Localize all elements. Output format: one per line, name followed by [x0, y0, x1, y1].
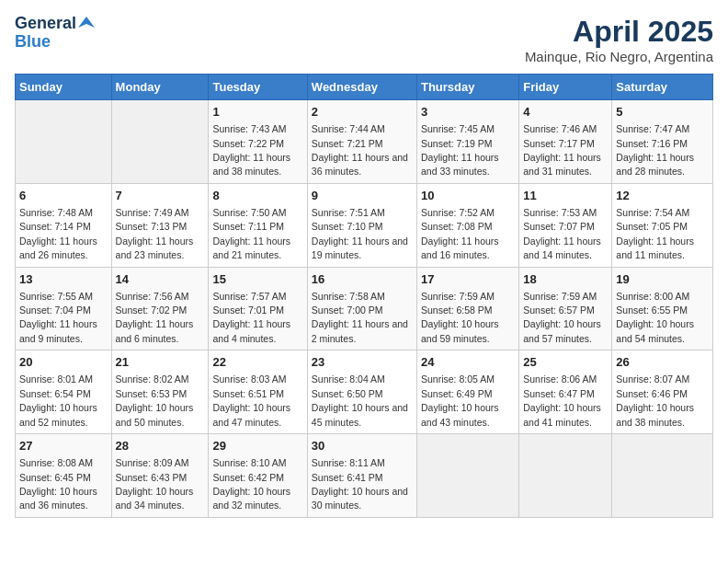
day-info: Sunrise: 7:59 AM Sunset: 6:58 PM Dayligh… [421, 291, 499, 344]
day-info: Sunrise: 7:55 AM Sunset: 7:04 PM Dayligh… [19, 291, 97, 344]
calendar-day-cell: 18Sunrise: 7:59 AM Sunset: 6:57 PM Dayli… [519, 267, 612, 350]
calendar-day-cell: 12Sunrise: 7:54 AM Sunset: 7:05 PM Dayli… [612, 183, 713, 267]
day-number: 15 [212, 271, 302, 288]
calendar-day-cell: 2Sunrise: 7:44 AM Sunset: 7:21 PM Daylig… [307, 100, 416, 184]
day-number: 29 [212, 438, 302, 454]
day-info: Sunrise: 7:52 AM Sunset: 7:08 PM Dayligh… [421, 207, 499, 260]
calendar-day-cell [416, 434, 518, 518]
title-area: April 2025 Mainque, Rio Negro, Argentina [525, 15, 713, 64]
day-number: 4 [523, 104, 608, 121]
calendar-body: 1Sunrise: 7:43 AM Sunset: 7:22 PM Daylig… [16, 100, 713, 518]
calendar-week-row: 6Sunrise: 7:48 AM Sunset: 7:14 PM Daylig… [16, 183, 713, 267]
day-number: 9 [312, 188, 413, 204]
day-info: Sunrise: 7:44 AM Sunset: 7:21 PM Dayligh… [312, 123, 408, 177]
weekday-header-cell: Tuesday [209, 75, 307, 100]
day-number: 5 [616, 104, 709, 121]
weekday-header-row: SundayMondayTuesdayWednesdayThursdayFrid… [16, 75, 713, 100]
calendar-day-cell: 28Sunrise: 8:09 AM Sunset: 6:43 PM Dayli… [111, 434, 209, 518]
day-number: 1 [212, 104, 302, 121]
calendar-day-cell: 20Sunrise: 8:01 AM Sunset: 6:54 PM Dayli… [16, 350, 112, 434]
day-info: Sunrise: 7:46 AM Sunset: 7:17 PM Dayligh… [523, 123, 601, 177]
day-number: 28 [116, 438, 205, 454]
day-info: Sunrise: 8:04 AM Sunset: 6:50 PM Dayligh… [312, 373, 408, 427]
weekday-header-cell: Thursday [416, 75, 518, 100]
day-number: 11 [523, 188, 608, 204]
calendar-day-cell [612, 434, 713, 518]
day-number: 12 [616, 188, 709, 204]
calendar-day-cell: 6Sunrise: 7:48 AM Sunset: 7:14 PM Daylig… [16, 183, 112, 267]
calendar-day-cell: 11Sunrise: 7:53 AM Sunset: 7:07 PM Dayli… [519, 183, 612, 267]
day-info: Sunrise: 8:10 AM Sunset: 6:42 PM Dayligh… [212, 457, 290, 511]
day-info: Sunrise: 7:59 AM Sunset: 6:57 PM Dayligh… [523, 291, 601, 344]
day-info: Sunrise: 7:47 AM Sunset: 7:16 PM Dayligh… [616, 123, 694, 177]
calendar-day-cell: 10Sunrise: 7:52 AM Sunset: 7:08 PM Dayli… [416, 183, 518, 267]
calendar-table: SundayMondayTuesdayWednesdayThursdayFrid… [15, 74, 713, 518]
weekday-header-cell: Wednesday [307, 75, 416, 100]
day-info: Sunrise: 7:53 AM Sunset: 7:07 PM Dayligh… [523, 207, 601, 260]
day-number: 21 [116, 354, 205, 371]
calendar-day-cell: 16Sunrise: 7:58 AM Sunset: 7:00 PM Dayli… [307, 267, 416, 350]
day-number: 19 [616, 271, 709, 288]
logo-bird-icon [78, 15, 95, 31]
day-number: 16 [312, 271, 413, 288]
calendar-day-cell [16, 100, 112, 184]
day-number: 24 [421, 354, 515, 371]
calendar-day-cell: 3Sunrise: 7:45 AM Sunset: 7:19 PM Daylig… [416, 100, 518, 184]
day-info: Sunrise: 8:02 AM Sunset: 6:53 PM Dayligh… [116, 373, 194, 427]
calendar-day-cell: 23Sunrise: 8:04 AM Sunset: 6:50 PM Dayli… [307, 350, 416, 434]
day-number: 23 [312, 354, 413, 371]
calendar-day-cell: 27Sunrise: 8:08 AM Sunset: 6:45 PM Dayli… [16, 434, 112, 518]
calendar-week-row: 27Sunrise: 8:08 AM Sunset: 6:45 PM Dayli… [16, 434, 713, 518]
day-info: Sunrise: 8:00 AM Sunset: 6:55 PM Dayligh… [616, 291, 694, 344]
logo-general: General [15, 15, 76, 33]
calendar-day-cell [519, 434, 612, 518]
day-info: Sunrise: 8:03 AM Sunset: 6:51 PM Dayligh… [212, 373, 290, 427]
location-title: Mainque, Rio Negro, Argentina [525, 49, 713, 64]
day-info: Sunrise: 7:51 AM Sunset: 7:10 PM Dayligh… [312, 207, 408, 260]
header: General Blue April 2025 Mainque, Rio Neg… [15, 15, 713, 64]
day-info: Sunrise: 7:56 AM Sunset: 7:02 PM Dayligh… [116, 291, 194, 344]
day-number: 17 [421, 271, 515, 288]
calendar-day-cell [111, 100, 209, 184]
calendar-day-cell: 9Sunrise: 7:51 AM Sunset: 7:10 PM Daylig… [307, 183, 416, 267]
day-info: Sunrise: 7:45 AM Sunset: 7:19 PM Dayligh… [421, 123, 499, 177]
day-number: 27 [19, 438, 108, 454]
day-number: 25 [523, 354, 608, 371]
calendar-week-row: 13Sunrise: 7:55 AM Sunset: 7:04 PM Dayli… [16, 267, 713, 350]
day-number: 20 [19, 354, 108, 371]
day-info: Sunrise: 7:48 AM Sunset: 7:14 PM Dayligh… [19, 207, 97, 260]
day-info: Sunrise: 7:50 AM Sunset: 7:11 PM Dayligh… [212, 207, 290, 260]
weekday-header-cell: Monday [111, 75, 209, 100]
calendar-day-cell: 14Sunrise: 7:56 AM Sunset: 7:02 PM Dayli… [111, 267, 209, 350]
logo: General Blue [15, 15, 95, 52]
day-number: 30 [312, 438, 413, 454]
day-number: 2 [312, 104, 413, 121]
calendar-day-cell: 7Sunrise: 7:49 AM Sunset: 7:13 PM Daylig… [111, 183, 209, 267]
day-number: 6 [19, 188, 108, 204]
calendar-day-cell: 15Sunrise: 7:57 AM Sunset: 7:01 PM Dayli… [209, 267, 307, 350]
calendar-day-cell: 26Sunrise: 8:07 AM Sunset: 6:46 PM Dayli… [612, 350, 713, 434]
logo-blue: Blue [15, 33, 51, 52]
day-number: 26 [616, 354, 709, 371]
calendar-day-cell: 24Sunrise: 8:05 AM Sunset: 6:49 PM Dayli… [416, 350, 518, 434]
calendar-day-cell: 8Sunrise: 7:50 AM Sunset: 7:11 PM Daylig… [209, 183, 307, 267]
calendar-week-row: 1Sunrise: 7:43 AM Sunset: 7:22 PM Daylig… [16, 100, 713, 184]
day-number: 13 [19, 271, 108, 288]
calendar-day-cell: 5Sunrise: 7:47 AM Sunset: 7:16 PM Daylig… [612, 100, 713, 184]
calendar-day-cell: 19Sunrise: 8:00 AM Sunset: 6:55 PM Dayli… [612, 267, 713, 350]
calendar-day-cell: 25Sunrise: 8:06 AM Sunset: 6:47 PM Dayli… [519, 350, 612, 434]
day-info: Sunrise: 8:01 AM Sunset: 6:54 PM Dayligh… [19, 373, 97, 427]
day-info: Sunrise: 7:49 AM Sunset: 7:13 PM Dayligh… [116, 207, 194, 260]
weekday-header-cell: Friday [519, 75, 612, 100]
calendar-day-cell: 13Sunrise: 7:55 AM Sunset: 7:04 PM Dayli… [16, 267, 112, 350]
calendar-week-row: 20Sunrise: 8:01 AM Sunset: 6:54 PM Dayli… [16, 350, 713, 434]
day-info: Sunrise: 8:11 AM Sunset: 6:41 PM Dayligh… [312, 457, 408, 511]
weekday-header-cell: Sunday [16, 75, 112, 100]
day-info: Sunrise: 7:57 AM Sunset: 7:01 PM Dayligh… [212, 291, 290, 344]
svg-marker-0 [78, 17, 95, 28]
day-info: Sunrise: 8:09 AM Sunset: 6:43 PM Dayligh… [116, 457, 194, 511]
day-number: 3 [421, 104, 515, 121]
calendar-day-cell: 21Sunrise: 8:02 AM Sunset: 6:53 PM Dayli… [111, 350, 209, 434]
day-number: 7 [116, 188, 205, 204]
day-number: 14 [116, 271, 205, 288]
